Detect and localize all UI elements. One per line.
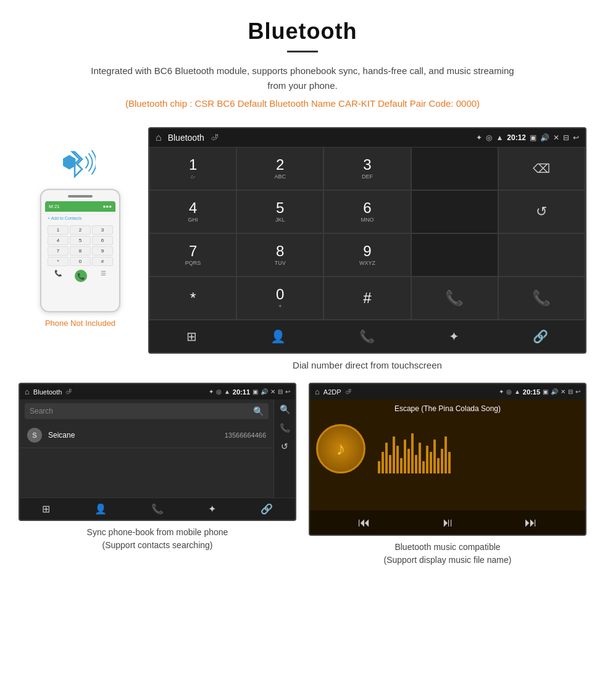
music-usb-icon: ⮰: [345, 388, 351, 395]
pb-func-link[interactable]: 🔗: [261, 503, 273, 515]
music-song-title: Escape (The Pina Colada Song): [390, 399, 506, 418]
music-back-icon[interactable]: ↩: [575, 388, 580, 395]
bottom-row: ⌂ Bluetooth ⮰ ✦ ◎ ▲ 20:11 ▣ 🔊 ✕ ⊟ ↩: [0, 383, 605, 579]
redial-btn[interactable]: ↺: [498, 190, 585, 233]
dialpad-func-grid[interactable]: ⊞: [180, 327, 203, 346]
music-topbar: ⌂ A2DP ⮰ ✦ ◎ ▲ 20:15 ▣ 🔊 ✕ ⊟ ↩: [310, 384, 585, 399]
pb-back-icon[interactable]: ↩: [285, 388, 290, 395]
key-7-main: 7: [189, 244, 197, 259]
music-screenshot: ⌂ A2DP ⮰ ✦ ◎ ▲ 20:15 ▣ 🔊 ✕ ⊟ ↩ Es: [309, 383, 586, 536]
phone-not-included-label: Phone Not Included: [45, 319, 115, 328]
music-home-icon[interactable]: ⌂: [315, 387, 320, 396]
viz-bar-18: [441, 449, 443, 473]
pb-func-bluetooth[interactable]: ✦: [208, 503, 216, 515]
pb-empty-area: [20, 448, 273, 498]
bluetooth-status-icon: ✦: [476, 133, 482, 142]
key-star[interactable]: *: [149, 277, 236, 320]
prev-track-btn[interactable]: ⏮: [358, 515, 370, 530]
pb-caption-line1: Sync phone-book from mobile phone: [87, 527, 228, 537]
pb-close-icon[interactable]: ✕: [270, 388, 275, 395]
pb-contact-initial: S: [32, 431, 36, 439]
redial-icon: ↺: [536, 204, 547, 220]
pb-search-bar[interactable]: Search 🔍: [25, 403, 269, 419]
call-icon: 📞: [77, 273, 85, 280]
key-3-main: 3: [363, 157, 371, 172]
topbar-right: ✦ ◎ ▲ 20:12 ▣ 🔊 ✕ ⊟ ↩: [476, 133, 579, 142]
phone-mockup: M:21 ●●● + Add to Contacts 1 2 3 4 5 6 7…: [40, 189, 120, 312]
window-icon[interactable]: ⊟: [563, 133, 569, 142]
next-track-btn[interactable]: ⏭: [525, 515, 537, 530]
pb-contact-row[interactable]: S Seicane 13566664466: [20, 423, 273, 448]
signal-icon: ▲: [496, 133, 503, 142]
camera-icon[interactable]: ▣: [530, 133, 536, 142]
key-hash[interactable]: #: [323, 277, 411, 320]
dialpad-func-bluetooth[interactable]: ✦: [443, 327, 465, 346]
key-7[interactable]: 7 PQRS: [149, 233, 236, 277]
call-red-btn[interactable]: 📞: [498, 277, 585, 320]
home-icon[interactable]: ⌂: [156, 132, 162, 143]
key-6-main: 6: [363, 201, 371, 215]
pb-volume-icon[interactable]: 🔊: [261, 388, 268, 395]
key-8[interactable]: 8 TUV: [236, 233, 323, 277]
signal-waves-svg: [59, 146, 96, 180]
music-close-icon[interactable]: ✕: [561, 388, 565, 395]
viz-bar-9: [407, 449, 410, 473]
pb-side-phone-icon[interactable]: 📞: [280, 423, 290, 433]
pb-home-icon[interactable]: ⌂: [25, 387, 30, 396]
key-0-main: 0: [276, 287, 284, 302]
dialpad-func-contacts[interactable]: 👤: [264, 327, 292, 346]
key-6[interactable]: 6 MNO: [323, 190, 411, 233]
pb-search-icon: 🔍: [253, 406, 264, 416]
phone-key-7: 7: [48, 246, 69, 256]
backspace-btn[interactable]: ⌫: [498, 147, 585, 190]
music-bluetooth-icon: ✦: [499, 388, 504, 395]
music-volume-icon[interactable]: 🔊: [551, 388, 558, 395]
music-item: ⌂ A2DP ⮰ ✦ ◎ ▲ 20:15 ▣ 🔊 ✕ ⊟ ↩ Es: [309, 383, 586, 567]
dialpad-func-phone[interactable]: 📞: [353, 327, 381, 346]
pb-camera-icon[interactable]: ▣: [252, 388, 258, 395]
key-4[interactable]: 4 GHI: [149, 190, 236, 233]
phone-icon-voicemail: 📞: [54, 270, 62, 282]
phone-dialpad: 1 2 3 4 5 6 7 8 9 * 0 #: [45, 224, 115, 267]
close-icon[interactable]: ✕: [553, 133, 559, 142]
key-5[interactable]: 5 JKL: [236, 190, 323, 233]
music-visualizer: [378, 424, 579, 473]
key-1[interactable]: 1 ⌂·: [149, 147, 236, 190]
pb-side-search-icon[interactable]: 🔍: [280, 404, 290, 414]
key-5-sub: JKL: [275, 217, 285, 223]
pb-topbar-right: ✦ ◎ ▲ 20:11 ▣ 🔊 ✕ ⊟ ↩: [209, 388, 290, 396]
pb-func-phone[interactable]: 📞: [151, 503, 164, 515]
music-window-icon[interactable]: ⊟: [568, 388, 573, 395]
pb-topbar-left: ⌂ Bluetooth ⮰: [25, 387, 72, 396]
back-icon[interactable]: ↩: [573, 133, 579, 142]
key-2[interactable]: 2 ABC: [236, 147, 323, 190]
viz-bar-10: [411, 433, 414, 473]
play-pause-btn[interactable]: ⏯: [441, 515, 454, 530]
dialpad-func-link[interactable]: 🔗: [527, 327, 554, 346]
call-green-icon: 📞: [445, 290, 464, 307]
music-topbar-left: ⌂ A2DP ⮰: [315, 387, 351, 396]
phonebook-item: ⌂ Bluetooth ⮰ ✦ ◎ ▲ 20:11 ▣ 🔊 ✕ ⊟ ↩: [19, 383, 296, 567]
topbar-left: ⌂ Bluetooth ⮰: [156, 132, 218, 143]
phone-key-3: 3: [92, 225, 113, 235]
pb-func-person[interactable]: 👤: [94, 503, 107, 515]
key-0[interactable]: 0 +: [236, 277, 323, 320]
viz-bar-15: [430, 452, 432, 473]
phone-key-hash: #: [92, 257, 113, 266]
volume-icon[interactable]: 🔊: [540, 133, 549, 142]
pb-func-grid[interactable]: ⊞: [42, 503, 50, 515]
key-1-main: 1: [189, 157, 197, 172]
viz-bar-17: [437, 458, 440, 473]
pb-window-icon[interactable]: ⊟: [278, 388, 283, 395]
music-location-icon: ◎: [506, 388, 512, 395]
phone-call-button[interactable]: 📞: [75, 270, 87, 282]
screen-container: ⌂ Bluetooth ⮰ ✦ ◎ ▲ 20:12 ▣ 🔊 ✕ ⊟ ↩: [148, 127, 586, 354]
key-star-main: *: [190, 291, 196, 306]
pb-side-refresh-icon[interactable]: ↺: [281, 441, 288, 451]
key-3[interactable]: 3 DEF: [323, 147, 411, 190]
display-area-2: [411, 190, 498, 233]
music-title: A2DP: [323, 388, 341, 396]
music-camera-icon[interactable]: ▣: [543, 388, 548, 395]
key-9[interactable]: 9 WXYZ: [323, 233, 411, 277]
call-green-btn[interactable]: 📞: [411, 277, 498, 320]
